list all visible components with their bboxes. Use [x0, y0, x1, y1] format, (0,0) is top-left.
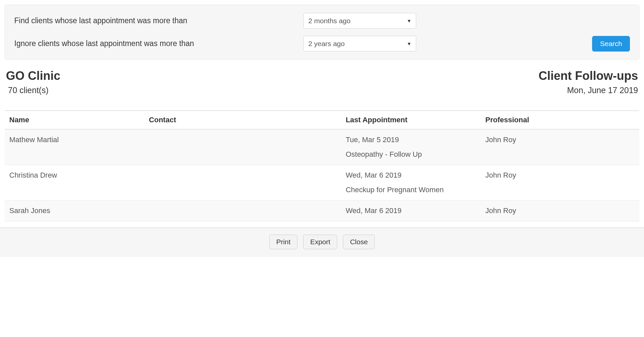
client-count-label: client(s) [17, 85, 48, 95]
table-header-row: Name Contact Last Appointment Profession… [5, 111, 639, 129]
search-button[interactable]: Search [592, 36, 630, 51]
filter-panel: Find clients whose last appointment was … [5, 5, 639, 60]
report-date: Mon, June 17 2019 [539, 85, 638, 95]
column-header-name: Name [5, 111, 144, 129]
cell-name: Christina Drew [5, 165, 144, 200]
cell-last-appointment: Tue, Mar 5 2019 Osteopathy - Follow Up [341, 129, 481, 165]
cell-last-appointment: Wed, Mar 6 2019 Checkup for Pregnant Wom… [341, 165, 481, 200]
cell-name: Sarah Jones [5, 200, 144, 221]
cell-professional: John Roy [481, 165, 639, 200]
cell-last-appointment: Wed, Mar 6 2019 [341, 200, 481, 221]
cell-contact [144, 165, 341, 200]
close-button[interactable]: Close [343, 235, 375, 249]
find-clients-select-wrap: 2 months ago ▼ [303, 13, 416, 28]
client-count-number: 70 [8, 85, 17, 95]
column-header-professional: Professional [481, 111, 639, 129]
header-left: GO Clinic 70 client(s) [6, 69, 60, 95]
table-row: Mathew Martial Tue, Mar 5 2019 Osteopath… [5, 129, 639, 165]
appointment-date: Tue, Mar 5 2019 [346, 136, 476, 144]
print-button[interactable]: Print [269, 235, 297, 249]
cell-professional: John Roy [481, 129, 639, 165]
followups-table: Name Contact Last Appointment Profession… [5, 110, 639, 221]
table-row: Sarah Jones Wed, Mar 6 2019 John Roy [5, 200, 639, 221]
column-header-contact: Contact [144, 111, 341, 129]
column-header-last-appointment: Last Appointment [341, 111, 481, 129]
client-count: 70 client(s) [6, 85, 60, 95]
footer-bar: Print Export Close [0, 227, 644, 257]
report-title: Client Follow-ups [539, 69, 638, 83]
cell-contact [144, 200, 341, 221]
appointment-type: Osteopathy - Follow Up [346, 150, 476, 159]
ignore-clients-select[interactable]: 2 years ago [303, 36, 416, 51]
ignore-clients-select-wrap: 2 years ago ▼ [303, 36, 416, 51]
header-right: Client Follow-ups Mon, June 17 2019 [539, 69, 638, 95]
report-header: GO Clinic 70 client(s) Client Follow-ups… [5, 69, 639, 95]
find-clients-label: Find clients whose last appointment was … [14, 16, 297, 25]
main-container: Find clients whose last appointment was … [0, 0, 644, 221]
appointment-type: Checkup for Pregnant Women [346, 186, 476, 194]
appointment-date: Wed, Mar 6 2019 [346, 206, 476, 215]
cell-name: Mathew Martial [5, 129, 144, 165]
appointment-date: Wed, Mar 6 2019 [346, 171, 476, 180]
find-clients-select[interactable]: 2 months ago [303, 13, 416, 28]
cell-contact [144, 129, 341, 165]
cell-professional: John Roy [481, 200, 639, 221]
clinic-name: GO Clinic [6, 69, 60, 83]
ignore-clients-label: Ignore clients whose last appointment wa… [14, 39, 297, 48]
export-button[interactable]: Export [303, 235, 337, 249]
table-row: Christina Drew Wed, Mar 6 2019 Checkup f… [5, 165, 639, 200]
followups-table-wrap: Name Contact Last Appointment Profession… [5, 110, 639, 221]
